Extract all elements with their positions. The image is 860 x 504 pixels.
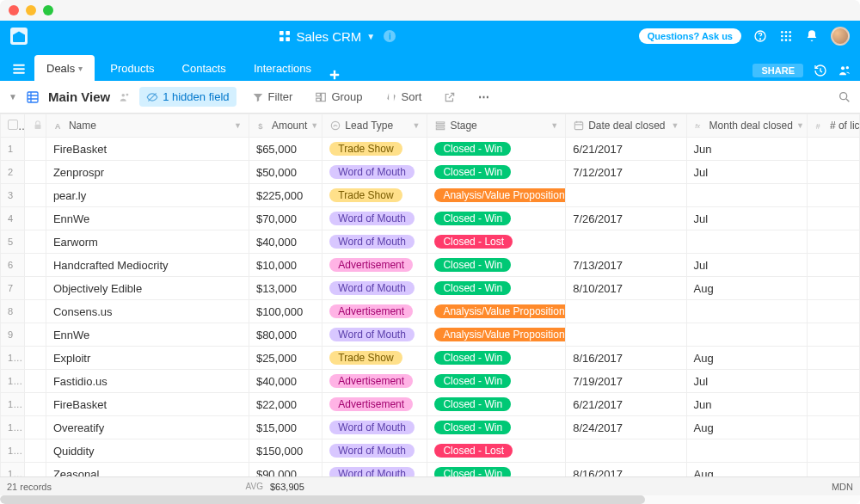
cell-amount[interactable]: $150,000 [249, 439, 322, 463]
table-row[interactable]: 12FireBasket$22,000AdvertisementClosed -… [1, 393, 860, 416]
cell-date-closed[interactable] [566, 230, 686, 254]
search-icon[interactable] [838, 90, 851, 104]
cell-licenses[interactable] [807, 393, 859, 416]
cell-lead-type[interactable]: Word of Mouth [322, 277, 427, 300]
cell-month-closed[interactable]: Aug [686, 347, 807, 370]
cell-stage[interactable]: Closed - Lost [427, 230, 566, 254]
menu-icon[interactable] [9, 57, 29, 81]
cell-licenses[interactable] [807, 230, 859, 254]
table-row[interactable]: 9EnnWe$80,000Word of MouthAnalysis/Value… [1, 323, 860, 347]
cell-licenses[interactable] [807, 138, 859, 161]
cell-licenses[interactable] [807, 207, 859, 230]
maximize-window-icon[interactable] [43, 5, 53, 15]
cell-name[interactable]: Zeasonal [46, 463, 249, 477]
row-number[interactable]: 10 [1, 347, 25, 370]
chevron-down-icon[interactable]: ▼ [234, 121, 242, 130]
cell-lead-type[interactable]: Advertisement [322, 393, 427, 416]
cell-licenses[interactable] [807, 347, 859, 370]
expand-cell[interactable] [25, 207, 46, 230]
cell-name[interactable]: Overeatify [46, 416, 249, 439]
cell-licenses[interactable] [807, 416, 859, 439]
cell-name[interactable]: FireBasket [46, 393, 249, 416]
more-options-button[interactable]: ⋯ [471, 87, 498, 107]
table-row[interactable]: 15Zeasonal$90,000Word of MouthClosed - W… [1, 463, 860, 477]
cell-date-closed[interactable]: 8/16/2017 [566, 347, 686, 370]
cell-name[interactable]: Quiddity [46, 439, 249, 463]
cell-stage[interactable]: Analysis/Value Proposition [427, 300, 566, 323]
expand-cell[interactable] [25, 254, 46, 277]
cell-name[interactable]: Handcrafted Mediocrity [46, 254, 249, 277]
column-header-month[interactable]: fxMonth deal closed▼ [686, 114, 807, 138]
cell-name[interactable]: Objectively Edible [46, 277, 249, 300]
cell-month-closed[interactable]: Jun [686, 393, 807, 416]
cell-month-closed[interactable] [686, 300, 807, 323]
group-button[interactable]: Group [308, 87, 369, 107]
share-button[interactable]: SHARE [752, 64, 803, 77]
cell-date-closed[interactable]: 7/13/2017 [566, 254, 686, 277]
cell-amount[interactable]: $65,000 [249, 138, 322, 161]
cell-amount[interactable]: $80,000 [249, 323, 322, 347]
row-number[interactable]: 3 [1, 184, 25, 207]
cell-date-closed[interactable]: 7/12/2017 [566, 161, 686, 184]
cell-amount[interactable]: $225,000 [249, 184, 322, 207]
cell-date-closed[interactable] [566, 300, 686, 323]
cell-lead-type[interactable]: Advertisement [322, 254, 427, 277]
cell-amount[interactable]: $22,000 [249, 393, 322, 416]
info-icon[interactable]: i [384, 30, 396, 42]
row-number[interactable]: 4 [1, 207, 25, 230]
cell-amount[interactable]: $90,000 [249, 463, 322, 477]
help-icon[interactable] [753, 29, 767, 43]
cell-name[interactable]: Consens.us [46, 300, 249, 323]
cell-name[interactable]: EnnWe [46, 207, 249, 230]
cell-stage[interactable]: Closed - Lost [427, 439, 566, 463]
cell-date-closed[interactable]: 7/19/2017 [566, 370, 686, 393]
cell-amount[interactable]: $70,000 [249, 207, 322, 230]
row-number[interactable]: 7 [1, 277, 25, 300]
cell-stage[interactable]: Analysis/Value Proposition [427, 184, 566, 207]
table-row[interactable]: 5Earworm$40,000Word of MouthClosed - Los… [1, 230, 860, 254]
cell-date-closed[interactable]: 8/16/2017 [566, 463, 686, 477]
row-number[interactable]: 9 [1, 323, 25, 347]
chevron-down-icon[interactable]: ▼ [550, 121, 558, 130]
expand-cell[interactable] [25, 300, 46, 323]
cell-stage[interactable]: Closed - Win [427, 393, 566, 416]
expand-cell[interactable] [25, 323, 46, 347]
table-row[interactable]: 4EnnWe$70,000Word of MouthClosed - Win7/… [1, 207, 860, 230]
row-number[interactable]: 2 [1, 161, 25, 184]
sort-button[interactable]: Sort [378, 87, 429, 107]
cell-licenses[interactable] [807, 254, 859, 277]
expand-cell[interactable] [25, 439, 46, 463]
cell-month-closed[interactable] [686, 230, 807, 254]
horizontal-scrollbar[interactable] [0, 495, 860, 504]
cell-month-closed[interactable]: Aug [686, 416, 807, 439]
cell-amount[interactable]: $10,000 [249, 254, 322, 277]
table-row[interactable]: 3pear.ly$225,000Trade ShowAnalysis/Value… [1, 184, 860, 207]
cell-name[interactable]: FireBasket [46, 138, 249, 161]
cell-stage[interactable]: Closed - Win [427, 254, 566, 277]
cell-month-closed[interactable]: Jul [686, 254, 807, 277]
table-row[interactable]: 7Objectively Edible$13,000Word of MouthC… [1, 277, 860, 300]
select-all-header[interactable] [1, 114, 25, 138]
column-header-stage[interactable]: Stage▼ [427, 114, 566, 138]
cell-lead-type[interactable]: Word of Mouth [322, 230, 427, 254]
cell-licenses[interactable] [807, 184, 859, 207]
table-row[interactable]: 14Quiddity$150,000Word of MouthClosed - … [1, 439, 860, 463]
cell-name[interactable]: pear.ly [46, 184, 249, 207]
row-number[interactable]: 6 [1, 254, 25, 277]
expand-cell[interactable] [25, 347, 46, 370]
cell-date-closed[interactable]: 8/10/2017 [566, 277, 686, 300]
cell-lead-type[interactable]: Word of Mouth [322, 207, 427, 230]
cell-stage[interactable]: Closed - Win [427, 370, 566, 393]
table-row[interactable]: 1FireBasket$65,000Trade ShowClosed - Win… [1, 138, 860, 161]
column-header-licenses[interactable]: ## of licens [807, 114, 859, 138]
cell-month-closed[interactable]: Jul [686, 207, 807, 230]
cell-licenses[interactable] [807, 370, 859, 393]
cell-lead-type[interactable]: Word of Mouth [322, 463, 427, 477]
row-number[interactable]: 8 [1, 300, 25, 323]
cell-name[interactable]: EnnWe [46, 323, 249, 347]
close-window-icon[interactable] [9, 5, 19, 15]
table-row[interactable]: 11Fastidio.us$40,000AdvertisementClosed … [1, 370, 860, 393]
cell-amount[interactable]: $50,000 [249, 161, 322, 184]
cell-month-closed[interactable]: Jul [686, 161, 807, 184]
cell-lead-type[interactable]: Word of Mouth [322, 439, 427, 463]
